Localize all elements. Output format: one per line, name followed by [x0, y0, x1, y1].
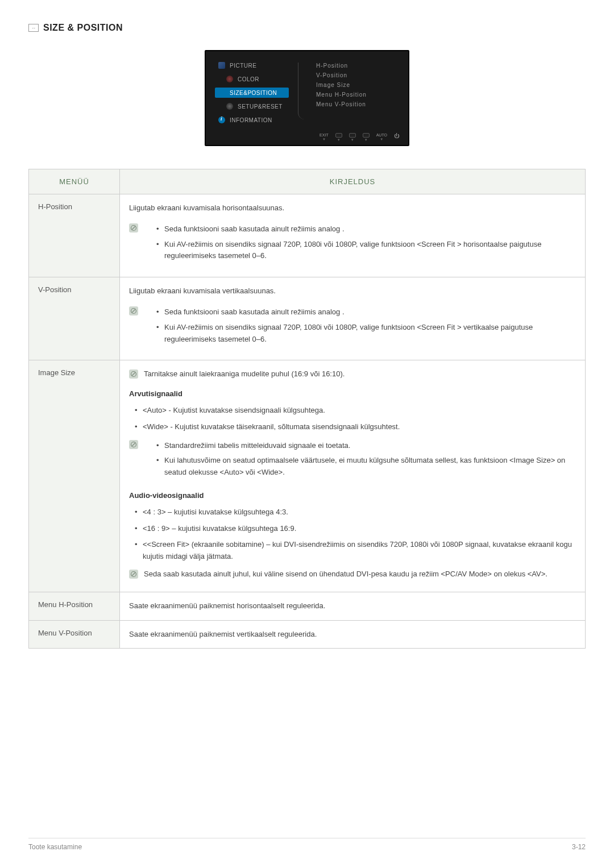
section-title: SIZE & POSITION: [43, 23, 123, 33]
osd-opt-menuv: Menu V-Position: [316, 101, 367, 107]
pc-note1: Standardrežiimi tabelis mitteleiduvaid s…: [153, 440, 576, 452]
page-footer: Toote kasutamine 3-12: [28, 838, 586, 851]
cell-hpos-label: H-Position: [29, 194, 120, 277]
av-note: Seda saab kasutada ainult juhul, kui väl…: [144, 568, 547, 580]
svg-line-3: [132, 309, 135, 313]
cell-menuh-label: Menu H-Position: [29, 592, 120, 620]
osd-menu-color: COLOR: [238, 76, 259, 82]
size-icon: [218, 89, 225, 96]
osd-submenu: H-Position V-Position Image Size Menu H-…: [316, 60, 367, 125]
footer-right: 3-12: [572, 843, 586, 851]
osd-menu-size: SIZE&POSITION: [230, 90, 277, 96]
pc-heading: Arvutisignaalid: [129, 388, 576, 400]
osd-power-icon: ⏻: [394, 133, 399, 139]
pc-bullet-auto: <Auto> - Kujutist kuvatakse sisendsignaa…: [129, 405, 576, 417]
av-bullet-169: <16 : 9> – kujutisi kuvatakse külgsuhteg…: [129, 523, 576, 535]
note-icon: [129, 306, 138, 315]
color-icon: [226, 76, 233, 82]
pc-note2: Kui lahutusvõime on seatud optimaalsele …: [153, 455, 576, 479]
svg-line-9: [132, 572, 135, 576]
av-bullet-43: <4 : 3> – kujutisi kuvatakse külgsuhtega…: [129, 506, 576, 518]
hpos-note1: Seda funktsiooni saab kasutada ainult re…: [153, 223, 576, 235]
note-icon: [129, 570, 138, 579]
cell-imgsize-desc: Tarnitakse ainult laiekraaniga mudelite …: [120, 360, 586, 592]
note-icon: [129, 440, 138, 449]
osd-button-bar: EXIT▼ ▼ ▼ ▼ AUTO▼ ⏻: [206, 132, 408, 143]
osd-auto-label: AUTO: [376, 133, 387, 137]
imgsize-topnote: Tarnitakse ainult laiekraaniga mudelite …: [144, 368, 345, 380]
th-menu: MENÜÜ: [29, 169, 120, 194]
settings-table: MENÜÜ KIRJELDUS H-Position Liigutab ekra…: [28, 169, 586, 649]
cell-hpos-desc: Liigutab ekraani kuvamisala horisontaals…: [120, 194, 586, 277]
cell-menuv-desc: Saate ekraanimenüü paiknemist vertikaals…: [120, 620, 586, 649]
vpos-note1: Seda funktsiooni saab kasutada ainult re…: [153, 306, 576, 318]
osd-screenshot: PICTURE COLOR SIZE&POSITION SETUP&RESET …: [28, 50, 586, 146]
av-bullet-screenfit: <<Screen Fit> (ekraanile sobitamine) – k…: [129, 539, 576, 563]
osd-panel: PICTURE COLOR SIZE&POSITION SETUP&RESET …: [205, 50, 409, 146]
osd-opt-hpos: H-Position: [316, 63, 367, 69]
av-heading: Audio-videosignaalid: [129, 490, 576, 502]
cell-menuh-desc: Saate ekraanimenüü paiknemist horisontaa…: [120, 592, 586, 620]
osd-opt-imgsize: Image Size: [316, 82, 367, 88]
osd-opt-menuh: Menu H-Position: [316, 92, 367, 98]
table-row: Menu H-Position Saate ekraanimenüü paikn…: [29, 592, 586, 620]
section-header: ↔ SIZE & POSITION: [28, 23, 586, 33]
cell-imgsize-label: Image Size: [29, 360, 120, 592]
cell-vpos-desc: Liigutab ekraani kuvamisala vertikaalsuu…: [120, 277, 586, 360]
table-row: H-Position Liigutab ekraani kuvamisala h…: [29, 194, 586, 277]
svg-line-5: [132, 372, 135, 376]
table-row: Image Size Tarnitakse ainult laiekraanig…: [29, 360, 586, 592]
osd-nav-icon: [349, 133, 356, 138]
osd-menu-list: PICTURE COLOR SIZE&POSITION SETUP&RESET …: [215, 60, 289, 125]
setup-icon: [226, 103, 233, 110]
cell-vpos-label: V-Position: [29, 277, 120, 360]
osd-menu-info: INFORMATION: [230, 117, 272, 123]
cell-menuv-label: Menu V-Position: [29, 620, 120, 649]
osd-nav-icon: [363, 133, 370, 138]
svg-line-1: [132, 226, 135, 230]
note-icon: [129, 223, 138, 232]
osd-exit-label: EXIT: [320, 133, 329, 137]
vpos-note2: Kui AV-režiimis on sisendiks signaal 720…: [153, 322, 576, 346]
footer-left: Toote kasutamine: [28, 843, 82, 851]
pc-bullet-wide: <Wide> - Kujutist kuvatakse täisekraanil…: [129, 421, 576, 433]
hpos-note2: Kui AV-režiimis on sisendiks signaal 720…: [153, 239, 576, 263]
note-icon: [129, 369, 138, 379]
osd-nav-icon: [335, 133, 342, 138]
vpos-intro: Liigutab ekraani kuvamisala vertikaalsuu…: [129, 285, 576, 297]
th-desc: KIRJELDUS: [120, 169, 586, 194]
size-position-icon: ↔: [28, 24, 39, 32]
osd-menu-setup: SETUP&RESET: [238, 103, 283, 110]
info-icon: [218, 117, 225, 123]
table-row: V-Position Liigutab ekraani kuvamisala v…: [29, 277, 586, 360]
osd-opt-vpos: V-Position: [316, 72, 367, 78]
osd-menu-picture: PICTURE: [230, 63, 256, 69]
picture-icon: [218, 62, 225, 69]
osd-divider: [298, 63, 307, 119]
hpos-intro: Liigutab ekraani kuvamisala horisontaals…: [129, 202, 576, 214]
svg-line-7: [132, 443, 135, 446]
table-row: Menu V-Position Saate ekraanimenüü paikn…: [29, 620, 586, 649]
